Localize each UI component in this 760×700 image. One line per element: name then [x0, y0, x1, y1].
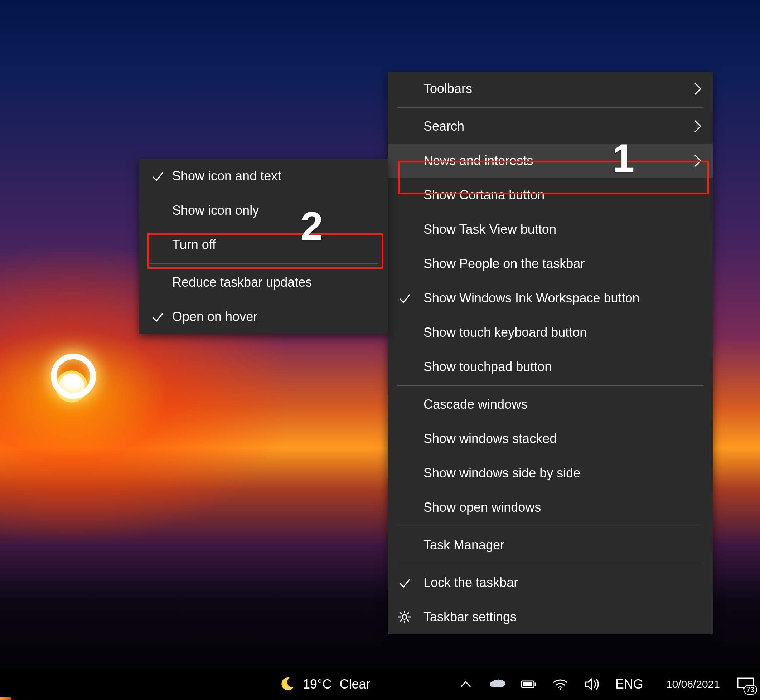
weather-widget[interactable]: 19°C Clear — [279, 677, 370, 692]
submenu-label: Show icon only — [172, 203, 259, 218]
menu-show-cortana[interactable]: Show Cortana button — [388, 178, 713, 212]
menu-toolbars[interactable]: Toolbars — [388, 72, 713, 106]
submenu-turn-off[interactable]: Turn off — [139, 228, 388, 262]
check-icon — [151, 169, 165, 183]
menu-label: Show windows side by side — [424, 466, 580, 481]
menu-label: Toolbars — [424, 81, 472, 96]
menu-separator — [149, 263, 378, 264]
menu-show-ink[interactable]: Show Windows Ink Workspace button — [388, 281, 713, 315]
taskbar-date[interactable]: 10/06/2021 — [666, 678, 720, 690]
menu-show-open-windows[interactable]: Show open windows — [388, 490, 713, 525]
menu-windows-stacked[interactable]: Show windows stacked — [388, 422, 713, 456]
submenu-show-icon-and-text[interactable]: Show icon and text — [139, 159, 388, 193]
svg-rect-10 — [535, 683, 536, 686]
svg-line-5 — [400, 612, 402, 614]
start-accent — [0, 697, 11, 700]
submenu-show-icon-only[interactable]: Show icon only — [139, 193, 388, 228]
menu-show-touchkb[interactable]: Show touch keyboard button — [388, 315, 713, 350]
volume-icon[interactable] — [584, 677, 600, 692]
menu-label: Show open windows — [424, 500, 541, 515]
svg-point-0 — [402, 614, 407, 619]
menu-label: Cascade windows — [424, 397, 527, 412]
menu-lock-taskbar[interactable]: Lock the taskbar — [388, 566, 713, 600]
menu-label: Show People on the taskbar — [424, 256, 585, 271]
menu-label: Taskbar settings — [424, 609, 516, 625]
menu-search[interactable]: Search — [388, 109, 713, 144]
menu-label: Show Windows Ink Workspace button — [424, 291, 640, 306]
menu-separator — [397, 526, 704, 527]
tray-chevron-up-icon[interactable] — [458, 677, 474, 692]
menu-show-touchpad[interactable]: Show touchpad button — [388, 350, 713, 384]
action-center-icon[interactable]: 73 — [736, 676, 756, 692]
svg-line-6 — [407, 620, 409, 622]
menu-label: Show windows stacked — [424, 431, 557, 446]
svg-rect-11 — [523, 683, 532, 686]
menu-windows-sidebyside[interactable]: Show windows side by side — [388, 456, 713, 490]
menu-show-people[interactable]: Show People on the taskbar — [388, 247, 713, 281]
onedrive-icon[interactable] — [489, 677, 505, 692]
submenu-label: Open on hover — [172, 309, 257, 324]
submenu-reduce-updates[interactable]: Reduce taskbar updates — [139, 265, 388, 300]
news-interests-submenu: Show icon and text Show icon only Turn o… — [139, 159, 388, 334]
chevron-right-icon — [693, 153, 703, 168]
menu-separator — [397, 564, 704, 564]
notification-count: 73 — [744, 685, 757, 695]
taskbar[interactable]: 19°C Clear ENG 10/06/2021 73 — [0, 669, 760, 700]
weather-condition: Clear — [339, 677, 370, 692]
menu-label: Show Cortana button — [424, 188, 544, 203]
submenu-label: Show icon and text — [172, 169, 281, 184]
menu-separator — [397, 107, 704, 108]
chevron-right-icon — [693, 81, 703, 96]
chevron-right-icon — [693, 119, 703, 133]
menu-cascade-windows[interactable]: Cascade windows — [388, 387, 713, 422]
svg-line-8 — [400, 620, 402, 622]
menu-label: Show touch keyboard button — [424, 325, 587, 340]
taskbar-context-menu: Toolbars Search News and interests Show … — [388, 72, 713, 634]
check-icon — [151, 309, 165, 324]
svg-line-7 — [407, 612, 409, 614]
svg-point-12 — [559, 688, 561, 690]
language-indicator[interactable]: ENG — [615, 677, 643, 692]
menu-news-and-interests[interactable]: News and interests — [388, 144, 713, 178]
menu-taskbar-settings[interactable]: Taskbar settings — [388, 600, 713, 634]
submenu-open-on-hover[interactable]: Open on hover — [139, 300, 388, 334]
menu-label: Search — [424, 119, 464, 134]
check-icon — [398, 291, 412, 305]
submenu-label: Turn off — [172, 237, 216, 252]
weather-temp: 19°C — [303, 677, 332, 692]
menu-label: Show touchpad button — [424, 359, 552, 374]
menu-label: Show Task View button — [424, 222, 556, 237]
check-icon — [398, 575, 412, 590]
menu-task-manager[interactable]: Task Manager — [388, 528, 713, 562]
moon-icon — [279, 677, 295, 692]
menu-label: Task Manager — [424, 538, 504, 553]
submenu-label: Reduce taskbar updates — [172, 275, 312, 290]
menu-label: News and interests — [424, 153, 533, 168]
menu-show-taskview[interactable]: Show Task View button — [388, 212, 713, 247]
wallpaper-sun — [51, 353, 96, 398]
battery-icon[interactable] — [521, 677, 536, 692]
wifi-icon[interactable] — [552, 677, 568, 692]
gear-icon — [398, 610, 411, 624]
menu-label: Lock the taskbar — [424, 575, 518, 590]
